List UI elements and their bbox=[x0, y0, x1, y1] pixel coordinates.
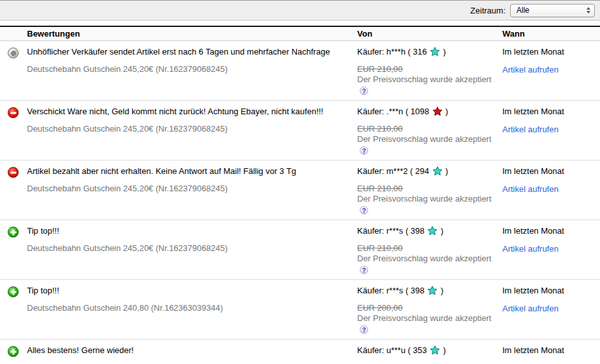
feedback-comment: Alles bestens! Gerne wieder! bbox=[27, 345, 357, 356]
help-icon[interactable]: ? bbox=[360, 87, 368, 95]
feedback-table-body: Unhöflicher Verkäufer sendet Artikel ers… bbox=[0, 41, 600, 364]
original-price: EUR 200,00 bbox=[357, 303, 502, 313]
feedback-date: Im letzten Monat bbox=[502, 107, 600, 117]
price-note: Der Preisvorschlag wurde akzeptiert bbox=[357, 194, 502, 204]
price-note: Der Preisvorschlag wurde akzeptiert bbox=[357, 134, 502, 144]
feedback-row: Artikel bezahlt aber nicht erhalten. Kei… bbox=[0, 160, 600, 220]
buyer-cell: Käufer: h***h ( 316 ) EUR 210,00 Der Pre… bbox=[357, 47, 502, 100]
price-note: Der Preisvorschlag wurde akzeptiert bbox=[357, 74, 502, 85]
item-title: Deutschebahn Gutschein 245,20€ (Nr.16237… bbox=[27, 64, 357, 74]
buyer-cell: Käufer: r***s ( 398 ) EUR 210,00 Der Pre… bbox=[357, 226, 502, 279]
feedback-comment-cell: Artikel bezahlt aber nicht erhalten. Kei… bbox=[27, 166, 357, 220]
feedback-comment: Unhöflicher Verkäufer sendet Artikel ers… bbox=[27, 47, 357, 57]
feedback-comment-cell: Tip top!!! Deutschebahn Gutschein 245,20… bbox=[27, 226, 357, 279]
neutral-feedback-icon bbox=[8, 48, 19, 58]
when-cell: Im letzten Monat Artikel aufrufen bbox=[502, 107, 600, 160]
help-icon[interactable]: ? bbox=[360, 266, 368, 274]
buyer-cell: Käufer: u***u ( 353 ) bbox=[357, 345, 502, 364]
when-cell: Im letzten Monat Artikel aufrufen bbox=[502, 166, 600, 220]
positive-feedback-icon bbox=[8, 346, 19, 357]
feedback-star-icon bbox=[432, 107, 443, 116]
negative-feedback-icon bbox=[8, 167, 19, 178]
original-price: EUR 210,00 bbox=[357, 184, 502, 194]
view-item-link[interactable]: Artikel aufrufen bbox=[502, 304, 558, 314]
buyer-line: Käufer: r***s ( 398 ) bbox=[357, 286, 502, 296]
original-price: EUR 210,00 bbox=[357, 64, 502, 74]
feedback-row: Unhöflicher Verkäufer sendet Artikel ers… bbox=[0, 41, 600, 101]
feedback-comment-cell: Tip top!!! Deutschebahn Gutschein 240,80… bbox=[27, 286, 357, 339]
feedback-icon-cell bbox=[0, 47, 27, 100]
feedback-comment-cell: Verschickt Ware nicht, Geld kommt nicht … bbox=[27, 107, 357, 160]
original-price: EUR 210,00 bbox=[357, 243, 502, 254]
buyer-cell: Käufer: .***n ( 1098 ) EUR 210,00 Der Pr… bbox=[357, 107, 502, 160]
select-stepper-icon bbox=[583, 7, 594, 13]
buyer-line: Käufer: r***s ( 398 ) bbox=[357, 226, 502, 236]
when-cell: Im letzten Monat Artikel aufrufen bbox=[502, 286, 600, 339]
column-header-bewertungen: Bewertungen bbox=[27, 29, 357, 39]
buyer-line: Käufer: m***2 ( 294 ) bbox=[357, 166, 502, 177]
feedback-star-icon bbox=[427, 226, 437, 236]
item-title: Deutschebahn Gutschein 245,20€ (Nr.16237… bbox=[27, 124, 357, 134]
feedback-star-icon bbox=[430, 345, 440, 355]
column-header-von: Von bbox=[357, 29, 502, 39]
buyer-cell: Käufer: m***2 ( 294 ) EUR 210,00 Der Pre… bbox=[357, 166, 502, 220]
feedback-table: Bewertungen Von Wann Unhöflicher Verkäuf… bbox=[0, 26, 600, 364]
item-title: Deutschebahn Gutschein 245,20€ (Nr.16237… bbox=[27, 243, 357, 254]
feedback-comment: Artikel bezahlt aber nicht erhalten. Kei… bbox=[27, 166, 357, 177]
feedback-icon-cell bbox=[0, 286, 27, 339]
negative-feedback-icon bbox=[8, 107, 19, 118]
feedback-date: Im letzten Monat bbox=[502, 166, 600, 177]
chevron-down-icon bbox=[587, 11, 590, 13]
feedback-comment: Tip top!!! bbox=[27, 226, 357, 236]
column-header-wann: Wann bbox=[502, 29, 600, 39]
feedback-row: Verschickt Ware nicht, Geld kommt nicht … bbox=[0, 101, 600, 160]
when-cell: Im letzten Monat Artikel aufrufen bbox=[502, 47, 600, 100]
feedback-comment: Verschickt Ware nicht, Geld kommt nicht … bbox=[27, 107, 357, 117]
buyer-cell: Käufer: r***s ( 398 ) EUR 200,00 Der Pre… bbox=[357, 286, 502, 339]
period-select[interactable]: Alle bbox=[510, 4, 595, 17]
positive-feedback-icon bbox=[8, 227, 19, 238]
feedback-icon-cell bbox=[0, 226, 27, 279]
feedback-date: Im letzten Monat bbox=[502, 226, 600, 236]
table-header: Bewertungen Von Wann bbox=[0, 26, 600, 41]
feedback-icon-cell bbox=[0, 166, 27, 220]
feedback-row: Alles bestens! Gerne wieder! Käufer: u**… bbox=[0, 340, 600, 364]
feedback-star-icon bbox=[427, 286, 437, 295]
view-item-link[interactable]: Artikel aufrufen bbox=[502, 125, 558, 135]
period-filter-label: Zeitraum: bbox=[470, 6, 506, 15]
feedback-star-icon bbox=[432, 166, 443, 176]
buyer-line: Käufer: .***n ( 1098 ) bbox=[357, 107, 502, 117]
view-item-link[interactable]: Artikel aufrufen bbox=[502, 184, 558, 195]
price-note: Der Preisvorschlag wurde akzeptiert bbox=[357, 254, 502, 264]
original-price: EUR 210,00 bbox=[357, 124, 502, 134]
feedback-row: Tip top!!! Deutschebahn Gutschein 245,20… bbox=[0, 220, 600, 280]
help-icon[interactable]: ? bbox=[360, 146, 368, 155]
feedback-comment-cell: Unhöflicher Verkäufer sendet Artikel ers… bbox=[27, 47, 357, 100]
feedback-star-icon bbox=[430, 47, 440, 56]
help-icon[interactable]: ? bbox=[360, 206, 368, 214]
chevron-up-icon bbox=[587, 7, 590, 10]
when-cell: Im letzten Monat Artikel aufrufen bbox=[502, 226, 600, 279]
period-select-value: Alle bbox=[511, 6, 583, 15]
when-cell: Im letzten Monat bbox=[502, 345, 600, 364]
help-icon[interactable]: ? bbox=[360, 325, 368, 334]
buyer-line: Käufer: h***h ( 316 ) bbox=[357, 47, 502, 57]
feedback-date: Im letzten Monat bbox=[502, 345, 600, 356]
feedback-row: Tip top!!! Deutschebahn Gutschein 240,80… bbox=[0, 280, 600, 340]
feedback-comment: Tip top!!! bbox=[27, 286, 357, 296]
period-filter-bar: Zeitraum: Alle bbox=[0, 0, 600, 21]
feedback-icon-cell bbox=[0, 345, 27, 364]
feedback-date: Im letzten Monat bbox=[502, 286, 600, 296]
buyer-line: Käufer: u***u ( 353 ) bbox=[357, 345, 502, 356]
feedback-date: Im letzten Monat bbox=[502, 47, 600, 57]
price-note: Der Preisvorschlag wurde akzeptiert bbox=[357, 313, 502, 324]
view-item-link[interactable]: Artikel aufrufen bbox=[502, 244, 558, 254]
feedback-comment-cell: Alles bestens! Gerne wieder! bbox=[27, 345, 357, 364]
feedback-icon-cell bbox=[0, 107, 27, 160]
item-title: Deutschebahn Gutschein 240,80 (Nr.162363… bbox=[27, 303, 357, 313]
positive-feedback-icon bbox=[8, 286, 19, 297]
view-item-link[interactable]: Artikel aufrufen bbox=[502, 65, 558, 75]
item-title: Deutschebahn Gutschein 245,20€ (Nr.16237… bbox=[27, 184, 357, 194]
